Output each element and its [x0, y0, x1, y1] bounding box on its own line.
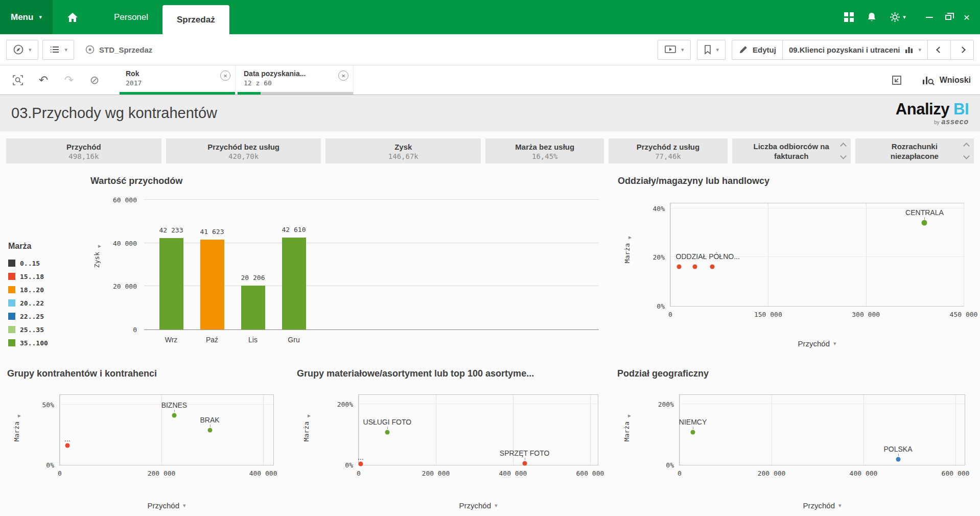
- chevron-down-icon[interactable]: [963, 153, 970, 159]
- scatter-plot-area: 0200 000400 000600 0000%200%...USŁUGI FO…: [358, 394, 598, 465]
- scatter-point-POLSKA[interactable]: [896, 457, 900, 462]
- x-axis-label: Przychód: [803, 501, 835, 510]
- app-name-label: STD_Sprzedaz: [99, 45, 152, 54]
- scatter-point[interactable]: [710, 265, 714, 269]
- bar-value-label: 20 206: [241, 274, 265, 282]
- caret-down-icon: ▾: [29, 47, 32, 53]
- legend-item[interactable]: 15..18: [8, 270, 90, 283]
- x-axis-tick: 200 000: [148, 470, 176, 477]
- selection-chip-data-pozyskania[interactable]: Data pozyskania... 12 z 60 ×: [238, 65, 354, 95]
- selections-bar: ↶ ↷ ⊘ Rok 2017 × Data pozyskania... 12 z…: [0, 65, 980, 95]
- y-axis-tick: 50%: [42, 401, 54, 408]
- y-axis-tick: 40%: [653, 204, 665, 212]
- chip-close-button[interactable]: ×: [338, 71, 348, 81]
- axis-scroll-arrow[interactable]: ►: [627, 413, 632, 418]
- bar-Gru[interactable]: [282, 238, 306, 330]
- axis-scroll-arrow[interactable]: ►: [627, 234, 633, 240]
- scatter-point-USŁUGI FOTO[interactable]: [385, 430, 389, 434]
- chevron-down-icon[interactable]: [840, 153, 847, 159]
- legend-swatch: [8, 260, 15, 267]
- settings-button[interactable]: ▾: [890, 12, 906, 22]
- selection-chip-rok[interactable]: Rok 2017 ×: [120, 65, 236, 95]
- bar-Paź[interactable]: [200, 240, 224, 330]
- scatter-chart-grupy-kontrahentow: Grupy kontrahentów i kontrahenci ► Marża…: [6, 363, 282, 516]
- legend-item[interactable]: 25..35: [8, 323, 90, 336]
- storytelling-button[interactable]: ▾: [658, 40, 691, 60]
- home-button[interactable]: [53, 0, 92, 34]
- pencil-icon: [738, 45, 748, 55]
- legend-item[interactable]: 35..100: [8, 336, 90, 349]
- edit-label: Edytuj: [753, 45, 776, 54]
- step-back-selection-button[interactable]: ↶: [31, 65, 56, 95]
- axis-scroll-arrow[interactable]: ►: [307, 413, 312, 418]
- scatter-point-BIZNES[interactable]: [172, 413, 176, 418]
- window-minimize-button[interactable]: [926, 17, 933, 18]
- tab-sprzedaz[interactable]: Sprzedaż: [162, 5, 229, 34]
- chevron-up-icon[interactable]: [840, 143, 847, 149]
- app-name[interactable]: STD_Sprzedaz: [85, 45, 152, 54]
- smart-search-button[interactable]: [5, 65, 31, 95]
- bar-Wrz[interactable]: [159, 238, 183, 330]
- y-axis-tick: 200%: [658, 400, 674, 408]
- bar-chart-wartosc-przychodow: Wartość przychodów Marża 0..1515..1818..…: [6, 169, 611, 357]
- window-close-button[interactable]: ×: [964, 12, 970, 22]
- kpi-label: Marża bez usług: [515, 142, 574, 152]
- step-forward-selection-button[interactable]: ↷: [56, 65, 82, 95]
- gridline: [866, 203, 867, 306]
- point-leader-line: [898, 454, 899, 456]
- previous-sheet-button[interactable]: [927, 40, 951, 60]
- app-info-icon: [85, 45, 95, 54]
- logo-byline-pre: by: [934, 120, 940, 125]
- legend-item[interactable]: 18..20: [8, 283, 90, 296]
- kpi-value: 420,70k: [228, 152, 259, 160]
- selections-tool-button[interactable]: [884, 65, 909, 95]
- scatter-point-SPRZĘT FOTO[interactable]: [522, 461, 527, 466]
- x-axis-dimension-dropdown[interactable]: Przychód ▾: [459, 501, 497, 510]
- gear-icon: [890, 12, 900, 22]
- scatter-point-ODDZIAŁ PÓŁNO...[interactable]: [676, 265, 681, 269]
- x-axis-tick: 0: [668, 311, 672, 318]
- gridline: [955, 395, 956, 465]
- navigation-menu-button[interactable]: ▾: [6, 40, 38, 60]
- insight-advisor-button[interactable]: Wnioski: [922, 75, 971, 86]
- x-axis-label: Przychód: [459, 501, 491, 510]
- bar-plot-area: 020 00040 00060 00042 233Wrz41 623Paź20 …: [144, 200, 599, 330]
- window-restore-button[interactable]: [945, 15, 951, 20]
- axis-scroll-arrow[interactable]: ►: [17, 413, 22, 418]
- scatter-point-...[interactable]: [358, 462, 363, 466]
- redo-icon: ↷: [64, 75, 74, 86]
- sheet-list-button[interactable]: ▾: [42, 40, 75, 60]
- point-label: ODDZIAŁ PÓŁNO...: [676, 252, 740, 261]
- sheet-selector-button[interactable]: 09.Klienci pozyskani i utraceni ▾: [782, 40, 928, 60]
- bookmarks-button[interactable]: ▾: [697, 40, 726, 60]
- edit-button[interactable]: Edytuj: [732, 40, 783, 60]
- app-toolbar: ▾ ▾ STD_Sprzedaz ▾ ▾: [0, 34, 980, 65]
- notifications-button[interactable]: [867, 12, 877, 22]
- legend-item[interactable]: 0..15: [8, 256, 90, 270]
- scatter-point-CENTRALA[interactable]: [922, 220, 927, 226]
- chevron-up-icon[interactable]: [963, 143, 970, 149]
- scatter-point-BRAK[interactable]: [207, 428, 212, 432]
- legend-item[interactable]: 22..25: [8, 310, 90, 323]
- x-axis-dimension-dropdown[interactable]: Przychód ▾: [798, 339, 836, 348]
- gridline: [60, 395, 60, 465]
- scatter-point[interactable]: [693, 265, 697, 269]
- apps-grid-button[interactable]: [844, 12, 854, 22]
- chip-close-button[interactable]: ×: [220, 71, 230, 81]
- bar-Lis[interactable]: [241, 286, 265, 330]
- menu-button[interactable]: Menu ▾: [0, 0, 53, 34]
- smart-search-icon: [12, 74, 24, 86]
- y-axis-title: Zysk: [93, 252, 101, 268]
- next-sheet-button[interactable]: [950, 40, 974, 60]
- legend-item[interactable]: 20..22: [8, 296, 90, 310]
- gridline: [436, 395, 436, 465]
- tab-personel[interactable]: Personel: [100, 0, 162, 34]
- clear-selections-button[interactable]: ⊘: [82, 65, 107, 95]
- legend-label: 18..20: [20, 286, 44, 294]
- chip-field-name: Data pozyskania...: [244, 69, 335, 78]
- scatter-point-NIEMCY[interactable]: [691, 430, 695, 434]
- x-axis-dimension-dropdown[interactable]: Przychód ▾: [147, 501, 185, 510]
- x-axis-dimension-dropdown[interactable]: Przychód ▾: [803, 501, 841, 510]
- scatter-point-...[interactable]: [65, 443, 69, 448]
- axis-scroll-arrow[interactable]: ►: [97, 243, 102, 249]
